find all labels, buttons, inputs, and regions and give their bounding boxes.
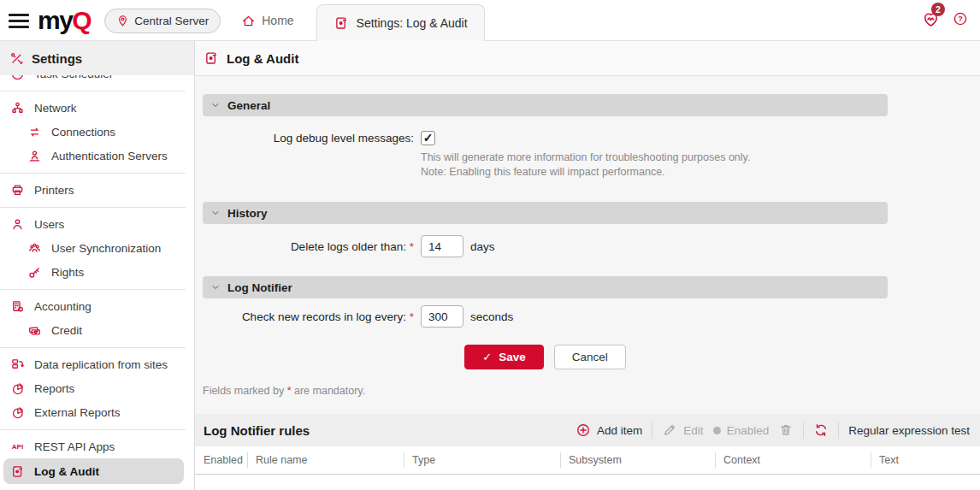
sidebar-list: Task Scheduler Network Connections Authe… [0, 75, 194, 490]
chevron-down-icon [210, 282, 221, 292]
sidebar-item-network[interactable]: Network [0, 96, 194, 120]
page-header: Log & Audit [195, 41, 980, 76]
edit-button[interactable]: Edit [662, 422, 703, 438]
server-selector-button[interactable]: Central Server [104, 9, 221, 33]
logo-text-black: my [38, 8, 72, 33]
sidebar-item-credit[interactable]: Credit [0, 318, 194, 342]
debug-messages-checkbox[interactable] [421, 131, 435, 145]
server-name: Central Server [134, 15, 209, 27]
sidebar-item-reports[interactable]: Reports [0, 376, 194, 400]
svg-text:API: API [12, 443, 23, 451]
divider [803, 422, 804, 439]
sidebar-item-rest-api-apps[interactable]: API REST API Apps [0, 434, 194, 458]
required-star: * [410, 310, 414, 323]
pie-chart-icon [10, 405, 25, 420]
tab-home[interactable]: Home [241, 14, 293, 28]
api-icon: API [10, 440, 25, 454]
pencil-icon [662, 422, 677, 438]
active-tab-label: Settings: Log & Audit [357, 16, 468, 30]
add-item-button[interactable]: Add item [576, 422, 642, 438]
help-icon[interactable]: ? [953, 11, 968, 27]
divider [838, 422, 839, 439]
tab-settings-log-audit[interactable]: Settings: Log & Audit [316, 4, 485, 41]
refresh-icon [813, 422, 829, 438]
enabled-toggle-button[interactable]: Enabled [713, 424, 770, 437]
column-header-subsystem[interactable]: Subsystem [560, 446, 715, 474]
regex-test-button[interactable]: Regular expression test [848, 424, 970, 437]
sidebar-item-connections[interactable]: Connections [0, 120, 194, 144]
clock-icon [10, 75, 25, 81]
column-header-enabled[interactable]: Enabled [195, 446, 247, 474]
pie-chart-icon [10, 381, 25, 396]
user-icon [10, 217, 25, 232]
home-label: Home [262, 14, 293, 27]
status-dot-icon [713, 427, 721, 434]
sidebar-item-data-replication[interactable]: Data replication from sites [0, 352, 194, 376]
sidebar-header: Settings [0, 41, 194, 75]
sidebar-item-user-synchronization[interactable]: User Synchronization [0, 236, 194, 260]
log-audit-icon [10, 464, 25, 479]
sidebar-item-log-audit[interactable]: Log & Audit [3, 458, 184, 484]
sidebar-item-users[interactable]: Users [0, 212, 194, 236]
column-header-type[interactable]: Type [404, 446, 560, 474]
delete-logs-label: Delete logs older than: * [203, 240, 414, 253]
banknote-icon [27, 323, 42, 338]
cancel-button[interactable]: Cancel [554, 345, 626, 369]
column-header-rule-name[interactable]: Rule name [247, 446, 404, 474]
top-bar: myQ Central Server Home Settings: Log & … [0, 0, 980, 41]
check-icon: ✓ [482, 351, 492, 363]
sidebar-item-accounting[interactable]: Accounting [0, 294, 194, 318]
plus-circle-icon [576, 422, 591, 438]
main-panel: Log & Audit General Log debug level mess… [195, 41, 980, 490]
refresh-button[interactable] [813, 422, 829, 438]
sidebar-title: Settings [32, 51, 82, 66]
save-button[interactable]: ✓ Save [464, 345, 543, 369]
logo-text-red: Q [72, 8, 91, 33]
sidebar-item-authentication-servers[interactable]: Authentication Servers [0, 144, 194, 168]
section-history[interactable]: History [203, 202, 888, 224]
divider [0, 424, 194, 434]
network-icon [10, 101, 25, 115]
divider [0, 342, 194, 352]
connections-icon [27, 125, 42, 139]
column-header-context[interactable]: Context [715, 446, 871, 474]
hamburger-menu-icon[interactable] [9, 14, 29, 28]
settings-tools-icon [9, 51, 24, 66]
section-general[interactable]: General [203, 94, 888, 116]
chevron-down-icon [210, 208, 221, 218]
delete-logs-input[interactable] [421, 235, 463, 257]
mandatory-note: Fields marked by * are mandatory. [203, 385, 980, 397]
rules-table-header: Enabled Rule name Type Subsystem Context… [195, 446, 980, 475]
delete-button[interactable] [778, 422, 794, 438]
log-audit-icon [204, 50, 219, 66]
home-icon [241, 14, 256, 28]
sidebar-item-printers[interactable]: Printers [0, 178, 194, 202]
settings-sidebar: Settings Task Scheduler Network Connecti… [0, 41, 195, 490]
notifications-button[interactable]: 2 [922, 10, 940, 28]
sidebar-item-task-scheduler[interactable]: Task Scheduler [0, 75, 194, 86]
settings-form: General Log debug level messages: This w… [195, 76, 980, 397]
section-log-notifier[interactable]: Log Notifier [203, 276, 888, 298]
printer-icon [10, 183, 25, 198]
column-header-text[interactable]: Text [871, 446, 980, 474]
seconds-suffix: seconds [470, 310, 513, 323]
check-records-label: Check new records in log every: * [203, 310, 414, 323]
required-star: * [410, 240, 414, 253]
check-records-input[interactable] [421, 305, 463, 328]
auth-person-icon [27, 149, 42, 163]
divider [652, 422, 652, 439]
location-pin-icon [116, 15, 129, 27]
svg-text:?: ? [958, 15, 963, 23]
user-group-icon [27, 241, 42, 256]
page-title: Log & Audit [227, 51, 298, 66]
divider [0, 168, 194, 178]
debug-hint: This will generate more information for … [421, 151, 980, 180]
notification-badge: 2 [931, 3, 945, 16]
myq-logo: myQ [38, 8, 91, 33]
days-suffix: days [470, 240, 495, 253]
key-icon [27, 265, 42, 280]
sidebar-item-rights[interactable]: Rights [0, 260, 194, 284]
sidebar-item-external-reports[interactable]: External Reports [0, 400, 194, 424]
trash-icon [778, 422, 794, 438]
debug-messages-label: Log debug level messages: [203, 132, 414, 145]
